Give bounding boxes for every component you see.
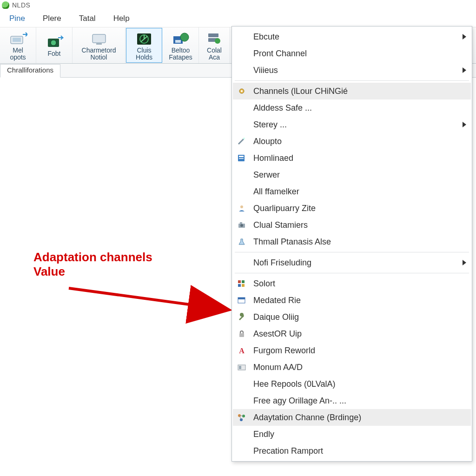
context-menu-item-label: Ebcute: [253, 32, 457, 42]
context-menu-item[interactable]: Aloupto: [233, 133, 471, 150]
tool-label: Colal: [207, 46, 222, 54]
context-menu-item[interactable]: Hee Repools (0LValA): [233, 376, 471, 392]
user-icon: [236, 203, 248, 213]
app-title: NLDS: [12, 1, 30, 9]
context-menu-separator: [235, 80, 469, 81]
flask-icon: [236, 237, 248, 247]
svg-rect-34: [239, 366, 241, 369]
annotation-text: Adaptation channels Value: [33, 250, 152, 279]
context-menu-item[interactable]: Channels (lLour CHiNGié: [233, 83, 471, 99]
menu-help[interactable]: Help: [105, 12, 138, 25]
svg-rect-26: [242, 280, 245, 283]
disk-globe-icon: [171, 31, 191, 46]
context-menu-item[interactable]: Viiieus: [233, 62, 471, 79]
svg-rect-20: [239, 158, 244, 159]
context-menu-item[interactable]: Clual Stamiers: [233, 217, 471, 233]
context-menu-item[interactable]: Quarlipuarry Zite: [233, 200, 471, 217]
context-menu-separator: [235, 252, 469, 252]
tool-charmetord[interactable]: CharmetordNotiol: [73, 27, 126, 63]
server-icon: [205, 31, 224, 46]
radar-icon: [134, 31, 154, 46]
tool-fobt[interactable]: Fobt: [36, 27, 73, 63]
context-menu-item[interactable]: Monum AA/D: [233, 359, 471, 376]
submenu-arrow-icon: [463, 34, 466, 40]
blank-icon: [236, 379, 248, 389]
svg-rect-11: [208, 33, 218, 37]
svg-rect-9: [175, 40, 181, 43]
context-menu-item[interactable]: All ffamelker: [233, 183, 471, 200]
context-menu-item-label: Viiieus: [253, 66, 457, 75]
svg-text:A: A: [239, 347, 245, 355]
context-menu-item-label: Solort: [253, 279, 466, 289]
context-menu-separator: [235, 273, 469, 273]
panel-icon: [236, 362, 248, 372]
context-menu-item[interactable]: Adaytation Channe (Brdinge): [233, 409, 471, 426]
blank-icon: [236, 65, 248, 75]
context-menu-item-label: Aloupto: [253, 137, 466, 146]
tool-label: Mel: [13, 46, 23, 54]
lock-icon: [236, 329, 248, 339]
tool-mel-opots[interactable]: Melopots: [0, 27, 36, 63]
context-menu-item[interactable]: Alddess Safe ...: [233, 99, 471, 116]
menu-plere[interactable]: Plere: [34, 12, 70, 25]
submenu-arrow-icon: [463, 122, 466, 127]
tool-beltoo[interactable]: BeltooFatapes: [163, 27, 199, 63]
camera-icon: [236, 220, 248, 230]
svg-point-17: [243, 138, 245, 139]
tool-label: Fobt: [47, 50, 60, 57]
tool-label: Cluis: [137, 46, 151, 54]
context-menu-item[interactable]: Solort: [233, 275, 471, 292]
tool-label: Beltoo: [172, 46, 190, 54]
blank-icon: [236, 32, 248, 42]
tool-cluis-holds[interactable]: CluisHolds: [126, 28, 162, 63]
blocks-icon: [236, 278, 248, 289]
context-menu-item-label: Sterey ...: [253, 120, 457, 130]
context-menu: EbcutePront ChannelViiieusChannels (lLou…: [231, 26, 472, 462]
context-menu-item[interactable]: Ebcute: [233, 28, 471, 45]
context-menu-item[interactable]: Nofi Friseluding: [233, 254, 471, 271]
context-menu-item[interactable]: Sterey ...: [233, 116, 471, 133]
context-menu-item-label: Hee Repools (0LValA): [253, 379, 466, 389]
tool-colal[interactable]: ColalAca: [199, 27, 230, 63]
blank-icon: [236, 396, 248, 406]
context-menu-item[interactable]: Precation Ramport: [233, 443, 471, 459]
wand-icon: [236, 136, 248, 146]
blank-icon: [236, 103, 248, 113]
menu-pine[interactable]: Pine: [1, 12, 33, 25]
window-icon: [236, 295, 248, 305]
svg-rect-1: [13, 38, 21, 42]
context-menu-item-label: Adaytation Channe (Brdinge): [253, 413, 466, 423]
annotation-arrow-icon: [65, 281, 237, 337]
context-menu-item-label: Thmall Ptanasis Alse: [253, 237, 466, 247]
context-menu-item[interactable]: AsestOR Uip: [233, 325, 471, 342]
context-menu-item[interactable]: Thmall Ptanasis Alse: [233, 233, 471, 250]
svg-point-13: [215, 38, 220, 44]
svg-rect-19: [239, 156, 244, 157]
menu-tatal[interactable]: Tatal: [71, 12, 104, 25]
context-menu-item-label: Endly: [253, 430, 466, 439]
context-menu-item[interactable]: Endly: [233, 426, 471, 443]
blank-icon: [236, 429, 248, 439]
annotation-line2: Value: [33, 264, 152, 279]
context-menu-item[interactable]: Pront Channel: [233, 45, 471, 62]
context-menu-item-label: Channels (lLour CHiNGié: [253, 86, 466, 96]
context-menu-item-label: Medated Rie: [253, 296, 466, 305]
blank-icon: [236, 258, 248, 268]
context-menu-item[interactable]: Medated Rie: [233, 292, 471, 309]
context-menu-item[interactable]: Serwer: [233, 166, 471, 183]
context-menu-item-label: Monum AA/D: [253, 363, 466, 372]
context-menu-item[interactable]: Homlinaed: [233, 150, 471, 166]
context-menu-item-label: Clual Stamiers: [253, 220, 466, 230]
tab-chralliforations[interactable]: Chralliforations: [0, 64, 60, 78]
annotation-line1: Adaptation channels: [33, 250, 152, 264]
submenu-arrow-icon: [463, 67, 466, 73]
blank-icon: [236, 48, 248, 59]
context-menu-item[interactable]: Daique Oliig: [233, 309, 471, 325]
context-menu-item-label: Furgom Reworld: [253, 346, 466, 356]
context-menu-item-label: Alddess Safe ...: [253, 103, 466, 113]
context-menu-item[interactable]: AFurgom Reworld: [233, 342, 471, 359]
svg-point-10: [180, 33, 189, 41]
form-icon: [236, 153, 248, 163]
context-menu-item[interactable]: Free agy Orillage An-.. ...: [233, 392, 471, 409]
svg-line-40: [69, 288, 227, 310]
